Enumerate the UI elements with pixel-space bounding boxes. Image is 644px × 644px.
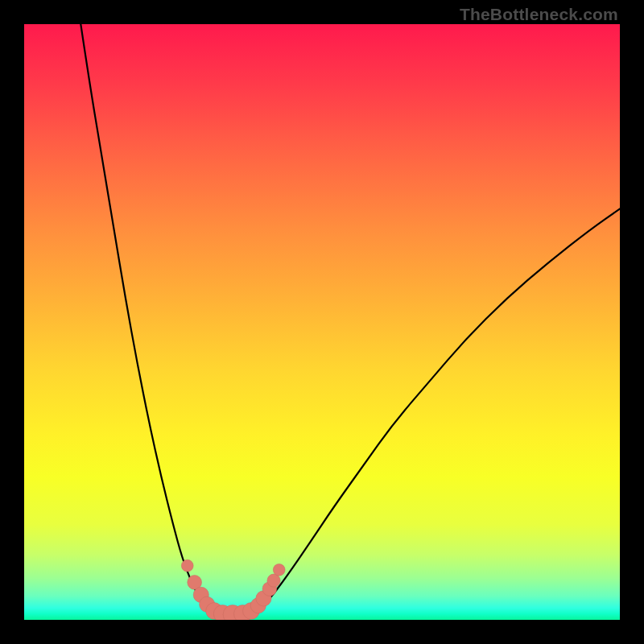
data-marker (267, 574, 280, 587)
data-marker (273, 564, 285, 576)
curve-svg (24, 24, 620, 620)
markers-group (181, 559, 285, 620)
outer-frame: TheBottleneck.com (0, 0, 644, 644)
bottleneck-curve (80, 24, 620, 615)
watermark-text: TheBottleneck.com (460, 5, 618, 24)
plot-area (24, 24, 620, 620)
data-marker (181, 559, 193, 572)
